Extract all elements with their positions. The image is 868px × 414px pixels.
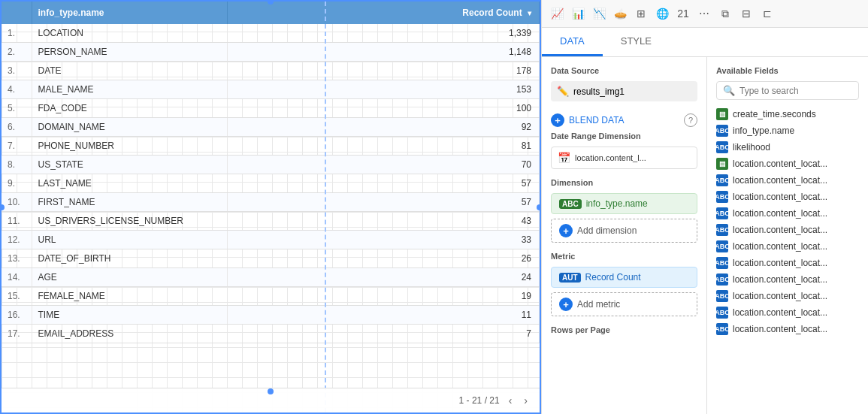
blend-data-add-icon: +	[551, 113, 564, 127]
field-item[interactable]: ABC location.content_locat...	[716, 321, 859, 337]
panel-tabs: DATA STYLE	[542, 28, 868, 57]
table-row: 3. DATE 178	[2, 62, 540, 80]
info-type-cell: PERSON_NAME	[32, 43, 227, 62]
geo-chart-icon[interactable]: 🌐	[653, 5, 671, 23]
field-type-icon: ABC	[716, 191, 728, 203]
info-type-cell: TIME	[32, 306, 227, 325]
table-row: 14. AGE 24	[2, 268, 540, 287]
help-icon[interactable]: ?	[684, 113, 697, 127]
area-chart-icon[interactable]: 📉	[590, 5, 608, 23]
field-type-icon: ABC	[716, 323, 728, 335]
record-count-cell: 11	[227, 306, 540, 325]
table-row: 12. URL 33	[2, 231, 540, 249]
fields-column: Available Fields 🔍 ▤ create_time.seconds…	[707, 57, 868, 414]
field-item[interactable]: ABC location.content_locat...	[716, 304, 859, 321]
next-page-button[interactable]: ›	[521, 393, 531, 408]
field-item[interactable]: ABC location.content_locat...	[716, 238, 859, 255]
dimension-box[interactable]: ABC info_type.name	[551, 193, 697, 214]
row-num-cell: 1.	[2, 24, 32, 43]
tab-data[interactable]: DATA	[542, 28, 603, 56]
field-search-input[interactable]	[739, 86, 852, 96]
field-type-icon: ABC	[716, 207, 728, 219]
line-chart-icon[interactable]: 📈	[548, 5, 566, 23]
field-item[interactable]: ABC location.content_locat...	[716, 255, 859, 271]
record-count-cell: 100	[227, 99, 540, 118]
handle-bottom[interactable]	[268, 388, 274, 394]
add-dimension-label: Add dimension	[577, 225, 637, 236]
field-item[interactable]: ABC likelihood	[716, 139, 859, 156]
record-count-cell: 26	[227, 249, 540, 268]
table-row: 2. PERSON_NAME 1,148	[2, 43, 540, 62]
row-num-cell: 16.	[2, 306, 32, 325]
date-range-box[interactable]: 📅 location.content_l...	[551, 147, 697, 169]
abc-tag: ABC	[559, 199, 582, 209]
record-count-cell: 178	[227, 62, 540, 80]
info-type-cell: FEMALE_NAME	[32, 287, 227, 306]
info-type-cell: DOMAIN_NAME	[32, 118, 227, 137]
field-item[interactable]: ABC location.content_locat...	[716, 222, 859, 238]
field-item[interactable]: ABC location.content_locat...	[716, 189, 859, 205]
field-item[interactable]: ▤ location.content_locat...	[716, 156, 859, 172]
table-container: info_type.name Record Count ▾ 1. LOCATIO…	[2, 2, 540, 412]
bar-chart-icon[interactable]: 📊	[569, 5, 587, 23]
field-item[interactable]: ABC location.content_locat...	[716, 271, 859, 288]
tab-style[interactable]: STYLE	[603, 28, 670, 56]
row-num-cell: 3.	[2, 62, 32, 80]
add-metric-row[interactable]: + Add metric	[551, 292, 697, 316]
row-num-cell: 13.	[2, 249, 32, 268]
table-row: 16. TIME 11	[2, 306, 540, 325]
add-dimension-row[interactable]: + Add dimension	[551, 219, 697, 243]
record-count-cell: 57	[227, 174, 540, 193]
row-num-cell: 14.	[2, 268, 32, 287]
rows-per-page-title: Rows per Page	[551, 325, 697, 334]
data-table: info_type.name Record Count ▾ 1. LOCATIO…	[2, 2, 540, 343]
field-item[interactable]: ABC location.content_locat...	[716, 288, 859, 304]
metric-box[interactable]: AUT Record Count	[551, 267, 697, 288]
table-row: 8. US_STATE 70	[2, 156, 540, 174]
data-source-row[interactable]: ✏️ results_img1	[551, 81, 697, 101]
aut-tag: AUT	[559, 273, 581, 283]
info-type-cell: US_STATE	[32, 156, 227, 174]
table-row: 7. PHONE_NUMBER 81	[2, 137, 540, 156]
field-item[interactable]: ABC location.content_locat...	[716, 172, 859, 189]
table-chart-icon[interactable]: ⊞	[632, 5, 650, 23]
info-type-cell: FDA_CODE	[32, 99, 227, 118]
record-count-cell: 1,339	[227, 24, 540, 43]
row-num-cell: 12.	[2, 231, 32, 249]
handle-right[interactable]	[537, 204, 541, 210]
pie-chart-icon[interactable]: 🥧	[611, 5, 629, 23]
table-row: 17. EMAIL_ADDRESS 7	[2, 325, 540, 343]
field-type-icon: ABC	[716, 141, 728, 153]
panel-content: Data Source ✏️ results_img1 + BLEND DATA…	[542, 57, 868, 414]
scatter-chart-icon[interactable]: ⋯	[695, 5, 713, 23]
field-item[interactable]: ABC info_type.name	[716, 122, 859, 139]
bullet-chart-icon[interactable]: ⊏	[758, 5, 776, 23]
table-row: 6. DOMAIN_NAME 92	[2, 118, 540, 137]
field-type-icon: ▤	[716, 158, 728, 170]
row-num-cell: 9.	[2, 174, 32, 193]
field-type-icon: ▤	[716, 108, 728, 120]
table-row: 5. FDA_CODE 100	[2, 99, 540, 118]
table-panel: info_type.name Record Count ▾ 1. LOCATIO…	[0, 0, 541, 414]
row-num-cell: 2.	[2, 43, 32, 62]
col-header-record-count[interactable]: Record Count ▾	[227, 2, 540, 24]
blend-data-label: BLEND DATA	[569, 115, 625, 125]
pagination-text: 1 - 21 / 21	[459, 395, 500, 406]
field-search-box[interactable]: 🔍	[716, 81, 859, 100]
table-row: 1. LOCATION 1,339	[2, 24, 540, 43]
metric-value: Record Count	[585, 272, 641, 283]
field-label: create_time.seconds	[733, 109, 816, 119]
chart-type-toolbar: 📈 📊 📉 🥧 ⊞ 🌐 21 ⋯ ⧉ ⊟ ⊏	[542, 0, 868, 28]
prev-page-button[interactable]: ‹	[506, 393, 516, 408]
info-type-cell: US_DRIVERS_LICENSE_NUMBER	[32, 212, 227, 231]
field-label: location.content_locat...	[733, 307, 827, 318]
treemap-icon[interactable]: ⊟	[737, 5, 755, 23]
scorecard-icon[interactable]: 21	[674, 5, 692, 23]
combo-chart-icon[interactable]: ⧉	[716, 5, 734, 23]
field-type-icon: ABC	[716, 224, 728, 236]
field-item[interactable]: ABC location.content_locat...	[716, 205, 859, 222]
info-type-cell: FIRST_NAME	[32, 193, 227, 212]
field-item[interactable]: ▤ create_time.seconds	[716, 106, 859, 122]
blend-data-row[interactable]: + BLEND DATA ?	[551, 109, 697, 131]
col-header-info-type[interactable]: info_type.name	[32, 2, 227, 24]
